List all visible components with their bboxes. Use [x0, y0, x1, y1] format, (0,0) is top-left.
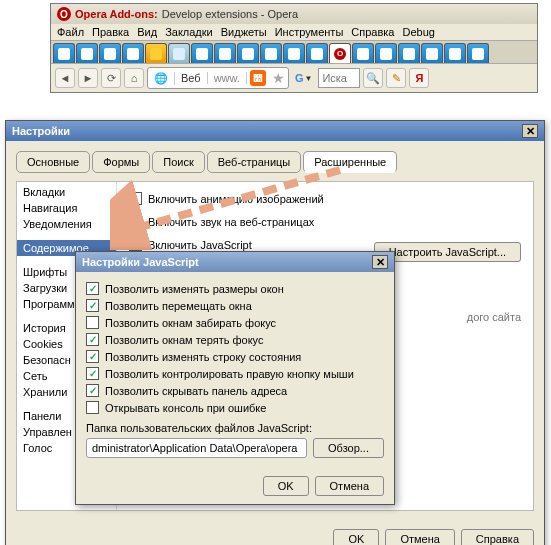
browser-tab[interactable] [352, 43, 374, 63]
checkbox-js-opt[interactable] [86, 316, 99, 329]
js-option-row: ✓Позволить перемещать окна [86, 299, 384, 312]
settings-tabs: Основные Формы Поиск Веб-страницы Расшир… [16, 151, 534, 173]
menu-debug[interactable]: Debug [402, 26, 434, 38]
checkbox-animation[interactable] [129, 192, 142, 205]
menu-bookmarks[interactable]: Закладки [165, 26, 213, 38]
menu-edit[interactable]: Правка [92, 26, 129, 38]
google-search-selector[interactable]: G▼ [292, 72, 315, 84]
browser-titlebar: O Opera Add-ons: Develop extensions - Op… [51, 4, 537, 24]
js-title: Настройки JavaScript [82, 256, 199, 268]
folder-label: Папка пользовательских файлов JavaScript… [86, 422, 384, 434]
menu-file[interactable]: Файл [57, 26, 84, 38]
browser-tab[interactable] [168, 43, 190, 63]
opera-icon: O [57, 7, 71, 21]
label-js-opt: Позволить окнам забирать фокус [105, 317, 276, 329]
sidebar-item-notifications[interactable]: Уведомления [17, 216, 116, 232]
js-option-row: ✓Позволить изменять строку состояния [86, 350, 384, 363]
checkbox-js-opt[interactable]: ✓ [86, 282, 99, 295]
tab-general[interactable]: Основные [16, 151, 90, 173]
menu-help[interactable]: Справка [351, 26, 394, 38]
browser-tab[interactable] [145, 43, 167, 63]
checkbox-javascript[interactable]: ✓ [129, 238, 142, 251]
js-option-row: Открывать консоль при ошибке [86, 401, 384, 414]
zoom-button[interactable]: 🔍 [363, 68, 383, 88]
browser-tab[interactable] [122, 43, 144, 63]
forward-button[interactable]: ► [78, 68, 98, 88]
menu-view[interactable]: Вид [137, 26, 157, 38]
browser-tab[interactable] [237, 43, 259, 63]
toolbar: ◄ ► ⟳ ⌂ 🌐 Веб www. ஺ ★ G▼ Иска 🔍 ✎ Я [51, 64, 537, 92]
rss-icon[interactable]: ஺ [250, 70, 266, 86]
label-js-opt: Позволить перемещать окна [105, 300, 252, 312]
js-option-row: ✓Позволить контролировать правую кнопку … [86, 367, 384, 380]
configure-js-button[interactable]: Настроить JavaScript... [374, 242, 521, 262]
browser-tab[interactable] [375, 43, 397, 63]
cancel-button[interactable]: Отмена [385, 529, 454, 545]
browser-tab[interactable] [444, 43, 466, 63]
browser-tab[interactable] [53, 43, 75, 63]
checkbox-js-opt[interactable]: ✓ [86, 333, 99, 346]
checkbox-js-opt[interactable]: ✓ [86, 299, 99, 312]
ok-button[interactable]: OK [333, 529, 379, 545]
js-titlebar: Настройки JavaScript ✕ [76, 252, 394, 272]
sidebar-item-tabs[interactable]: Вкладки [17, 184, 116, 200]
back-button[interactable]: ◄ [55, 68, 75, 88]
browser-tab[interactable] [214, 43, 236, 63]
tab-webpages[interactable]: Веб-страницы [207, 151, 302, 173]
browser-tab[interactable] [467, 43, 489, 63]
checkbox-sound[interactable] [129, 215, 142, 228]
js-body: ✓Позволить изменять размеры окон✓Позволи… [76, 272, 394, 468]
cancel-button[interactable]: Отмена [315, 476, 384, 496]
label-js-opt: Позволить изменять размеры окон [105, 283, 284, 295]
checkbox-js-opt[interactable]: ✓ [86, 384, 99, 397]
js-option-row: Позволить окнам забирать фокус [86, 316, 384, 329]
tab-search[interactable]: Поиск [152, 151, 204, 173]
browse-button[interactable]: Обзор... [313, 438, 384, 458]
menu-widgets[interactable]: Виджеты [221, 26, 267, 38]
help-button[interactable]: Справка [461, 529, 534, 545]
browser-tab[interactable] [99, 43, 121, 63]
label-javascript: Включить JavaScript [148, 239, 252, 251]
browser-tab[interactable] [398, 43, 420, 63]
browser-tab[interactable] [76, 43, 98, 63]
label-js-opt: Позволить скрывать панель адреса [105, 385, 287, 397]
tab-forms[interactable]: Формы [92, 151, 150, 173]
js-settings-window: Настройки JavaScript ✕ ✓Позволить изменя… [75, 251, 395, 505]
close-button[interactable]: ✕ [372, 255, 388, 269]
home-button[interactable]: ⌂ [124, 68, 144, 88]
browser-tab-active[interactable]: O [329, 43, 351, 63]
js-option-row: ✓Позволить окнам терять фокус [86, 333, 384, 346]
checkbox-js-opt[interactable] [86, 401, 99, 414]
label-sound: Включить звук на веб-страницах [148, 216, 314, 228]
tab-advanced[interactable]: Расширенные [303, 151, 397, 173]
addr-web-label: Веб [175, 72, 208, 84]
edit-button[interactable]: ✎ [386, 68, 406, 88]
reload-button[interactable]: ⟳ [101, 68, 121, 88]
settings-buttons: OK Отмена Справка [6, 521, 544, 545]
bookmark-star-icon[interactable]: ★ [272, 70, 285, 86]
label-js-opt: Открывать консоль при ошибке [105, 402, 266, 414]
js-buttons: OK Отмена [76, 468, 394, 504]
label-js-opt: Позволить изменять строку состояния [105, 351, 301, 363]
addr-www-label: www. [208, 72, 247, 84]
js-option-row: ✓Позволить скрывать панель адреса [86, 384, 384, 397]
js-option-row: ✓Позволить изменять размеры окон [86, 282, 384, 295]
yandex-button[interactable]: Я [409, 68, 429, 88]
checkbox-js-opt[interactable]: ✓ [86, 367, 99, 380]
menu-tools[interactable]: Инструменты [275, 26, 344, 38]
search-input[interactable]: Иска [318, 68, 360, 88]
browser-tab[interactable] [191, 43, 213, 63]
settings-titlebar: Настройки ✕ [6, 121, 544, 141]
checkbox-js-opt[interactable]: ✓ [86, 350, 99, 363]
browser-tab[interactable] [260, 43, 282, 63]
ok-button[interactable]: OK [263, 476, 309, 496]
browser-tab[interactable] [283, 43, 305, 63]
label-animation: Включить анимацию изображений [148, 193, 324, 205]
menubar: Файл Правка Вид Закладки Виджеты Инструм… [51, 24, 537, 40]
folder-path-input[interactable]: dministrator\Application Data\Opera\oper… [86, 438, 307, 458]
close-button[interactable]: ✕ [522, 124, 538, 138]
address-bar[interactable]: 🌐 Веб www. ஺ ★ [147, 67, 289, 89]
browser-tab[interactable] [421, 43, 443, 63]
sidebar-item-navigation[interactable]: Навигация [17, 200, 116, 216]
browser-tab[interactable] [306, 43, 328, 63]
